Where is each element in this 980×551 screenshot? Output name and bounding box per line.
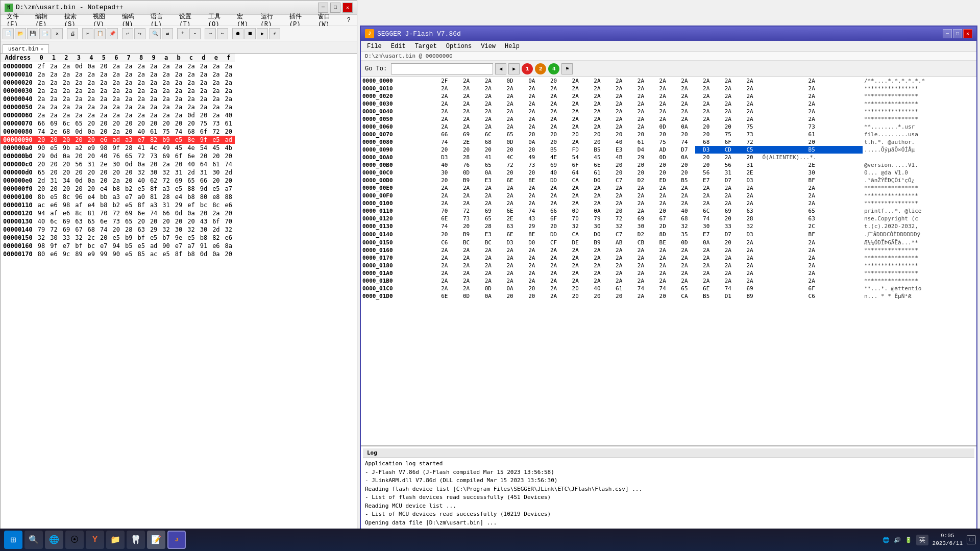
jflash-hex-cell[interactable]: 2A [739, 192, 761, 199]
hex-cell[interactable]: 32 [185, 226, 197, 234]
hex-cell[interactable]: 2a [148, 70, 160, 79]
jflash-hex-cell[interactable]: 2A [608, 199, 630, 207]
toolbar-saveall[interactable]: 📑 [39, 28, 51, 39]
hex-cell[interactable]: 98 [97, 144, 110, 152]
jflash-hex-cell[interactable]: 20 [543, 131, 565, 138]
jflash-hex-cell[interactable]: 2A [652, 246, 674, 254]
hex-cell[interactable]: 20 [223, 152, 235, 160]
jflash-hex-cell[interactable]: 0A [695, 239, 717, 246]
jflash-hex-cell[interactable]: 2A [499, 269, 521, 277]
jflash-hex-cell[interactable]: 20 [565, 292, 586, 300]
hex-cell[interactable]: 40 [223, 111, 235, 119]
jflash-hex-cell[interactable]: 0A [477, 292, 499, 300]
jflash-hex-cell[interactable]: D0 [521, 239, 543, 246]
jflash-hex-cell[interactable]: 2A [543, 92, 565, 100]
jflash-hex-cell[interactable]: 2A [433, 246, 455, 254]
jflash-hex-cell[interactable]: 2A [521, 92, 543, 100]
jflash-hex-cell[interactable]: DE [565, 239, 586, 246]
hex-cell[interactable]: 20 [85, 119, 97, 128]
hex-cell[interactable]: 2a [97, 79, 110, 87]
jflash-hex-cell[interactable]: 72 [608, 215, 630, 222]
hex-cell[interactable]: 69 [60, 217, 72, 226]
hex-cell[interactable]: e5 [122, 201, 135, 209]
jflash-hex-cell[interactable]: 2A [565, 123, 586, 131]
jflash-hex-cell[interactable]: 72 [455, 207, 477, 215]
hex-cell[interactable]: 41 [135, 144, 147, 152]
jflash-hex-cell[interactable]: 2A [586, 269, 608, 277]
hex-cell[interactable]: e5 [160, 250, 172, 258]
hex-cell[interactable]: 2a [60, 111, 72, 119]
jflash-hex-cell[interactable]: 2A [586, 199, 608, 207]
jflash-hex-cell[interactable]: 40 [543, 169, 565, 177]
hex-cell[interactable]: 2a [223, 103, 235, 111]
jflash-hex-cell[interactable]: 2A [695, 254, 717, 262]
jflash-hex-cell[interactable]: 2A [455, 100, 477, 108]
hex-cell[interactable]: e6 [223, 234, 235, 242]
jflash-hex-cell[interactable]: 20 [499, 169, 521, 177]
num-btn-1[interactable]: 1 [522, 63, 533, 74]
jflash-hex-cell[interactable]: 2A [455, 269, 477, 277]
hex-cell[interactable]: 2a [185, 70, 197, 79]
toolbar-paste[interactable]: 📌 [107, 28, 118, 39]
hex-cell[interactable]: 0a [60, 152, 72, 160]
jflash-hex-cell[interactable]: 65 [674, 285, 696, 292]
hex-cell[interactable]: 20 [85, 136, 97, 144]
hex-cell[interactable]: 2a [160, 95, 172, 103]
hex-cell[interactable]: 2a [35, 103, 47, 111]
npp-close-btn[interactable]: ✕ [342, 3, 353, 13]
hex-cell[interactable]: 2a [60, 70, 72, 79]
jflash-hex-cell[interactable]: 6C [695, 207, 717, 215]
jflash-hex-cell[interactable]: 2D [652, 222, 674, 230]
jflash-hex-cell[interactable]: 61 [608, 285, 630, 292]
jflash-hex-cell[interactable]: 2A [652, 184, 674, 192]
hex-cell[interactable]: e7 [173, 242, 185, 250]
jflash-hex-cell[interactable]: 2C [761, 222, 862, 230]
hex-cell[interactable]: 2a [110, 87, 122, 95]
jflash-hex-cell[interactable]: D7 [674, 146, 696, 154]
hex-cell[interactable]: 0d [47, 152, 60, 160]
hex-cell[interactable]: 2a [173, 70, 185, 79]
table-row[interactable]: 0000007066696c65202020202020202020757361 [1, 119, 235, 128]
jflash-hex-cell[interactable]: 2A [543, 85, 565, 92]
hex-cell[interactable]: 20 [35, 160, 47, 168]
taskbar-search[interactable]: 🔍 [24, 531, 43, 549]
hex-cell[interactable]: 76 [110, 152, 122, 160]
hex-cell[interactable]: 72 [160, 177, 172, 185]
jflash-hex-cell[interactable]: 2A [521, 85, 543, 92]
jflash-hex-cell[interactable]: 69 [630, 215, 652, 222]
jflash-hex-cell[interactable]: 2A [739, 199, 761, 207]
hex-cell[interactable]: e5 [173, 185, 185, 193]
jflash-hex-cell[interactable]: 61 [761, 131, 862, 138]
hex-cell[interactable]: 20 [148, 160, 160, 168]
jflash-hex-cell[interactable]: B5 [674, 177, 696, 184]
hex-cell[interactable]: 31 [85, 160, 97, 168]
hex-cell[interactable]: 2a [60, 79, 72, 87]
jflash-hex-cell[interactable]: 68 [674, 215, 696, 222]
hex-cell[interactable]: 2a [122, 103, 135, 111]
hex-cell[interactable]: 20 [223, 177, 235, 185]
hex-cell[interactable]: b9 [160, 136, 172, 144]
hex-cell[interactable]: e4 [97, 185, 110, 193]
jflash-hex-cell[interactable]: 75 [717, 131, 739, 138]
hex-cell[interactable]: 2a [110, 177, 122, 185]
hex-cell[interactable]: 0a [210, 250, 222, 258]
jflash-hex-cell[interactable]: 2A [433, 199, 455, 207]
jflash-hex-cell[interactable]: 8D [652, 230, 674, 239]
toolbar-open[interactable]: 📂 [15, 28, 26, 39]
jflash-hex-cell[interactable]: 2A [761, 254, 862, 262]
jflash-hex-cell[interactable]: 2A [543, 123, 565, 131]
hex-cell[interactable]: 2a [85, 79, 97, 87]
jflash-hex-cell[interactable]: 2A [674, 269, 696, 277]
jflash-hex-cell[interactable]: 2A [455, 184, 477, 192]
jflash-hex-cell[interactable]: 2A [608, 246, 630, 254]
jflash-hex-cell[interactable]: BF [761, 177, 862, 184]
tab-usart-bin[interactable]: usart.bin ✕ [3, 44, 49, 53]
table-row[interactable]: 0000_01A02A2A2A2A2A2A2A2A2A2A2A2A2A2A2A2… [361, 269, 976, 277]
hex-cell[interactable]: 2e [97, 160, 110, 168]
hex-cell[interactable]: 29 [173, 201, 185, 209]
hex-cell[interactable]: 74 [35, 128, 47, 136]
hex-cell[interactable]: e4 [173, 193, 185, 201]
jflash-hex-cell[interactable]: 20 [455, 146, 477, 154]
jflash-hex-cell[interactable]: 2A [499, 115, 521, 123]
jflash-hex-cell[interactable]: 2A [586, 192, 608, 199]
